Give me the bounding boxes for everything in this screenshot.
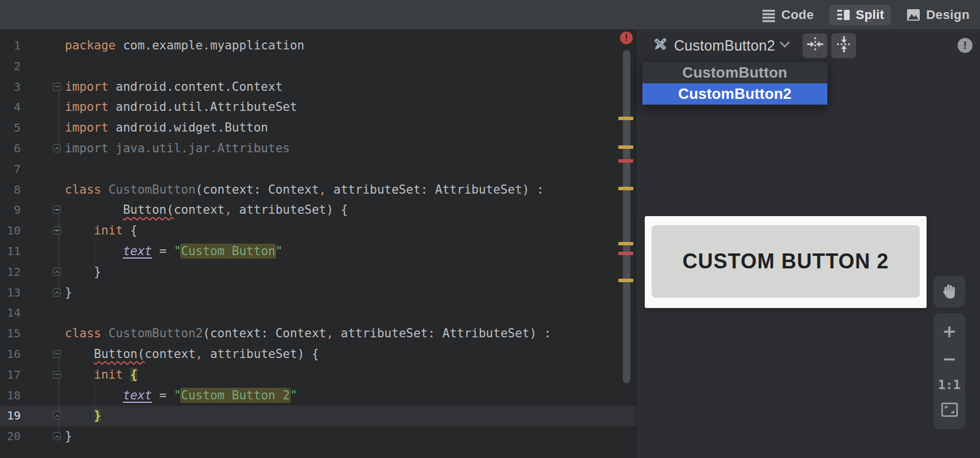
error-stripe-mark[interactable] xyxy=(618,242,633,245)
line-number: 9 xyxy=(0,200,21,221)
fold-end-icon[interactable] xyxy=(53,411,61,419)
line-number: 13 xyxy=(0,283,21,303)
code-line[interactable]: 7 xyxy=(0,159,636,180)
fold-marker-glyph xyxy=(55,436,59,440)
code-line[interactable]: 4import android.util.AttributeSet xyxy=(0,97,636,118)
fold-start-icon[interactable] xyxy=(53,371,61,379)
line-number: 3 xyxy=(0,77,21,98)
code-text: import android.content.Context xyxy=(65,77,636,98)
error-stripe-mark[interactable] xyxy=(618,279,633,282)
code-line[interactable]: 10 init { xyxy=(0,221,636,241)
inspection-error-icon[interactable]: ! xyxy=(620,32,633,44)
line-number: 19 xyxy=(0,406,21,426)
line-number: 20 xyxy=(0,426,21,447)
error-stripe-mark[interactable] xyxy=(618,117,633,120)
fold-end-icon[interactable] xyxy=(53,432,61,440)
code-line[interactable]: 6import java.util.jar.Attributes xyxy=(0,138,636,159)
fold-marker-glyph xyxy=(55,86,59,87)
error-stripe-mark[interactable] xyxy=(618,159,633,163)
fold-start-icon[interactable] xyxy=(53,83,61,91)
line-number: 8 xyxy=(0,180,21,201)
code-line[interactable]: 14 xyxy=(0,303,636,324)
split-view-icon xyxy=(836,7,851,22)
code-text: } xyxy=(65,283,636,303)
indent-guide-line xyxy=(94,238,95,265)
code-line[interactable]: 8class CustomButton(context: Context, at… xyxy=(0,180,636,201)
line-number: 11 xyxy=(0,241,21,262)
code-line[interactable]: 3import android.content.Context xyxy=(0,77,636,98)
zoom-to-fit-button[interactable] xyxy=(941,402,958,419)
preview-issues-icon[interactable]: ! xyxy=(958,38,973,53)
fold-end-icon[interactable] xyxy=(53,144,61,152)
line-number: 7 xyxy=(0,159,21,180)
fold-marker-glyph xyxy=(55,374,59,375)
code-text xyxy=(65,159,636,180)
code-line[interactable]: 18 text = "Custom Button 2" xyxy=(0,386,636,406)
preview-view-selector[interactable]: CustomButton2 xyxy=(651,35,790,56)
shrink-vertical-button[interactable] xyxy=(831,33,856,58)
chevron-down-icon xyxy=(780,40,790,51)
gutter-fold-column xyxy=(21,324,65,344)
gutter-fold-column xyxy=(21,303,65,324)
code-line[interactable]: 20} xyxy=(0,426,636,447)
zoom-actual-size-button[interactable]: 1:1 xyxy=(938,378,961,392)
line-number: 18 xyxy=(0,386,21,406)
code-text: Button(context, attributeSet) { xyxy=(65,200,636,221)
fold-start-icon[interactable] xyxy=(53,206,61,214)
editor-scrollbar[interactable] xyxy=(623,50,630,383)
code-line[interactable]: 2 xyxy=(0,56,636,77)
view-dropdown-menu: CustomButton CustomButton2 xyxy=(642,61,828,105)
tab-code[interactable]: Code xyxy=(754,5,821,25)
fold-marker-glyph xyxy=(55,230,59,231)
code-text: text = "Custom Button 2" xyxy=(65,386,636,406)
code-line[interactable]: 19 } xyxy=(0,406,636,426)
fold-connector-line xyxy=(59,359,59,433)
pan-tool-button[interactable] xyxy=(933,276,965,307)
code-text: import android.widget.Button xyxy=(65,118,636,138)
code-lines: 1package com.example.myapplication23impo… xyxy=(0,36,636,447)
zoom-in-button[interactable]: + xyxy=(942,323,956,340)
code-line[interactable]: 16 Button(context, attributeSet) { xyxy=(0,344,636,365)
code-text: text = "Custom Button" xyxy=(65,241,636,262)
zoom-controls: + − 1:1 xyxy=(933,313,965,429)
line-number: 16 xyxy=(0,344,21,365)
fold-marker-glyph xyxy=(55,291,59,295)
code-line[interactable]: 11 text = "Custom Button" xyxy=(0,241,636,262)
tab-design[interactable]: Design xyxy=(899,5,977,25)
error-stripe-mark[interactable] xyxy=(618,145,633,149)
shrink-horizontal-button[interactable] xyxy=(803,33,827,58)
fold-end-icon[interactable] xyxy=(53,268,61,276)
indent-guide-line xyxy=(94,382,95,410)
code-editor[interactable]: 1package com.example.myapplication23impo… xyxy=(0,30,636,458)
line-number: 5 xyxy=(0,118,21,138)
fold-end-icon[interactable] xyxy=(53,288,61,297)
code-line[interactable]: 15class CustomButton2(context: Context, … xyxy=(0,324,636,344)
fold-start-icon[interactable] xyxy=(53,350,61,358)
rendered-custom-button[interactable]: CUSTOM BUTTON 2 xyxy=(652,225,920,298)
fold-connector-line xyxy=(59,214,59,288)
code-line[interactable]: 5import android.widget.Button xyxy=(0,118,636,138)
error-stripe-mark[interactable] xyxy=(618,252,633,255)
gutter-fold-column xyxy=(21,56,65,77)
code-text: } xyxy=(65,426,636,447)
fold-marker-glyph xyxy=(55,209,59,210)
code-line[interactable]: 12 } xyxy=(0,262,636,283)
line-number: 15 xyxy=(0,324,21,344)
preview-canvas: CUSTOM BUTTON 2 xyxy=(645,216,927,308)
code-line[interactable]: 17 init { xyxy=(0,365,636,386)
tab-split[interactable]: Split xyxy=(829,5,892,25)
code-text: import java.util.jar.Attributes xyxy=(65,138,636,159)
gutter-fold-column xyxy=(21,180,65,201)
zoom-to-fit-icon xyxy=(941,409,958,419)
fold-start-icon[interactable] xyxy=(53,226,61,234)
dropdown-item-custombutton2[interactable]: CustomButton2 xyxy=(642,83,827,105)
android-studio-split-view: Code Split Design 1package com.example.m… xyxy=(0,0,980,458)
error-stripe-mark[interactable] xyxy=(618,187,633,190)
dropdown-item-custombutton[interactable]: CustomButton xyxy=(642,62,827,83)
zoom-out-button[interactable]: − xyxy=(942,351,956,368)
code-line[interactable]: 1package com.example.myapplication xyxy=(0,36,636,56)
code-line[interactable]: 9 Button(context, attributeSet) { xyxy=(0,200,636,221)
gutter-fold-column xyxy=(21,36,65,56)
code-line[interactable]: 13} xyxy=(0,283,636,303)
tab-design-label: Design xyxy=(926,7,970,22)
